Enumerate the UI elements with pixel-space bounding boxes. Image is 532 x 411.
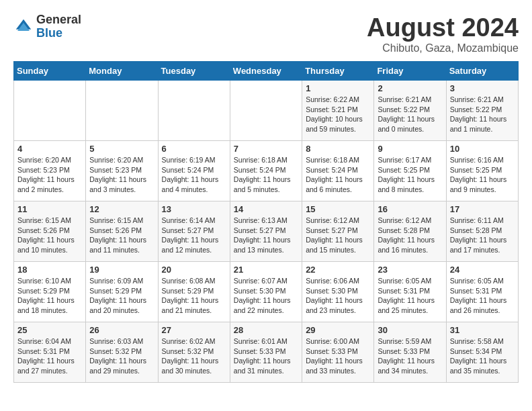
logo-text: General Blue	[36, 13, 81, 40]
calendar-cell: 26Sunrise: 6:03 AM Sunset: 5:32 PM Dayli…	[86, 322, 158, 383]
day-number: 22	[306, 265, 370, 275]
logo-line1: General	[36, 13, 81, 27]
day-detail: Sunrise: 6:08 AM Sunset: 5:29 PM Dayligh…	[162, 276, 226, 316]
day-detail: Sunrise: 6:17 AM Sunset: 5:25 PM Dayligh…	[378, 155, 442, 195]
day-detail: Sunrise: 6:20 AM Sunset: 5:23 PM Dayligh…	[89, 155, 154, 195]
calendar-cell: 20Sunrise: 6:08 AM Sunset: 5:29 PM Dayli…	[158, 262, 230, 322]
header-sunday: Sunday	[14, 62, 86, 81]
main-title: August 2024	[367, 13, 519, 42]
calendar-cell: 25Sunrise: 6:04 AM Sunset: 5:31 PM Dayli…	[14, 322, 86, 383]
day-detail: Sunrise: 6:13 AM Sunset: 5:27 PM Dayligh…	[234, 216, 298, 255]
day-number: 15	[306, 204, 370, 214]
calendar-cell: 30Sunrise: 5:59 AM Sunset: 5:33 PM Dayli…	[374, 322, 446, 383]
day-detail: Sunrise: 6:05 AM Sunset: 5:31 PM Dayligh…	[378, 276, 442, 316]
calendar-header-row: SundayMondayTuesdayWednesdayThursdayFrid…	[14, 62, 519, 81]
header-saturday: Saturday	[446, 62, 518, 81]
day-detail: Sunrise: 6:07 AM Sunset: 5:30 PM Dayligh…	[234, 276, 298, 316]
day-number: 12	[89, 204, 154, 214]
day-number: 9	[378, 144, 442, 154]
calendar-cell: 27Sunrise: 6:02 AM Sunset: 5:32 PM Dayli…	[158, 322, 230, 383]
day-number: 27	[162, 325, 226, 335]
day-number: 30	[378, 325, 442, 335]
day-detail: Sunrise: 6:21 AM Sunset: 5:22 PM Dayligh…	[378, 95, 442, 134]
day-detail: Sunrise: 6:11 AM Sunset: 5:28 PM Dayligh…	[450, 216, 515, 255]
calendar-cell: 21Sunrise: 6:07 AM Sunset: 5:30 PM Dayli…	[230, 262, 302, 322]
calendar-cell: 13Sunrise: 6:14 AM Sunset: 5:27 PM Dayli…	[158, 201, 230, 262]
calendar-cell: 5Sunrise: 6:20 AM Sunset: 5:23 PM Daylig…	[86, 141, 158, 201]
day-detail: Sunrise: 5:59 AM Sunset: 5:33 PM Dayligh…	[378, 336, 442, 376]
day-number: 24	[450, 265, 515, 275]
day-number: 25	[17, 325, 82, 335]
day-detail: Sunrise: 6:01 AM Sunset: 5:33 PM Dayligh…	[234, 336, 298, 376]
day-detail: Sunrise: 6:05 AM Sunset: 5:31 PM Dayligh…	[450, 276, 515, 316]
calendar-cell	[14, 81, 86, 141]
calendar-cell: 3Sunrise: 6:21 AM Sunset: 5:22 PM Daylig…	[446, 81, 518, 141]
day-number: 3	[450, 83, 515, 93]
calendar-cell: 10Sunrise: 6:16 AM Sunset: 5:25 PM Dayli…	[446, 141, 518, 201]
calendar-cell: 1Sunrise: 6:22 AM Sunset: 5:21 PM Daylig…	[302, 81, 374, 141]
day-number: 20	[162, 265, 226, 275]
day-number: 31	[450, 325, 515, 335]
calendar-cell: 28Sunrise: 6:01 AM Sunset: 5:33 PM Dayli…	[230, 322, 302, 383]
calendar-table: SundayMondayTuesdayWednesdayThursdayFrid…	[13, 61, 519, 383]
day-detail: Sunrise: 6:19 AM Sunset: 5:24 PM Dayligh…	[162, 155, 226, 195]
day-detail: Sunrise: 6:14 AM Sunset: 5:27 PM Dayligh…	[162, 216, 226, 255]
day-number: 11	[17, 204, 82, 214]
day-number: 6	[162, 144, 226, 154]
day-number: 1	[306, 83, 370, 93]
subtitle: Chibuto, Gaza, Mozambique	[367, 42, 519, 54]
day-number: 14	[234, 204, 298, 214]
day-detail: Sunrise: 6:00 AM Sunset: 5:33 PM Dayligh…	[306, 336, 370, 376]
calendar-cell: 6Sunrise: 6:19 AM Sunset: 5:24 PM Daylig…	[158, 141, 230, 201]
header-wednesday: Wednesday	[230, 62, 302, 81]
day-number: 7	[234, 144, 298, 154]
calendar-cell: 14Sunrise: 6:13 AM Sunset: 5:27 PM Dayli…	[230, 201, 302, 262]
calendar-cell: 29Sunrise: 6:00 AM Sunset: 5:33 PM Dayli…	[302, 322, 374, 383]
day-detail: Sunrise: 6:18 AM Sunset: 5:24 PM Dayligh…	[306, 155, 370, 195]
day-detail: Sunrise: 6:21 AM Sunset: 5:22 PM Dayligh…	[450, 95, 515, 134]
calendar-cell: 31Sunrise: 5:58 AM Sunset: 5:34 PM Dayli…	[446, 322, 518, 383]
day-number: 2	[378, 83, 442, 93]
day-detail: Sunrise: 6:15 AM Sunset: 5:26 PM Dayligh…	[17, 216, 82, 255]
calendar-cell: 8Sunrise: 6:18 AM Sunset: 5:24 PM Daylig…	[302, 141, 374, 201]
day-number: 19	[89, 265, 154, 275]
day-detail: Sunrise: 6:02 AM Sunset: 5:32 PM Dayligh…	[162, 336, 226, 376]
day-number: 5	[89, 144, 154, 154]
calendar-cell: 12Sunrise: 6:15 AM Sunset: 5:26 PM Dayli…	[86, 201, 158, 262]
day-number: 28	[234, 325, 298, 335]
calendar-cell: 7Sunrise: 6:18 AM Sunset: 5:24 PM Daylig…	[230, 141, 302, 201]
calendar-cell: 22Sunrise: 6:06 AM Sunset: 5:30 PM Dayli…	[302, 262, 374, 322]
logo-line2: Blue	[36, 27, 81, 40]
day-detail: Sunrise: 5:58 AM Sunset: 5:34 PM Dayligh…	[450, 336, 515, 376]
calendar-cell	[230, 81, 302, 141]
day-number: 13	[162, 204, 226, 214]
day-detail: Sunrise: 6:03 AM Sunset: 5:32 PM Dayligh…	[89, 336, 154, 376]
day-detail: Sunrise: 6:15 AM Sunset: 5:26 PM Dayligh…	[89, 216, 154, 255]
day-detail: Sunrise: 6:18 AM Sunset: 5:24 PM Dayligh…	[234, 155, 298, 195]
day-number: 18	[17, 265, 82, 275]
calendar-cell: 19Sunrise: 6:09 AM Sunset: 5:29 PM Dayli…	[86, 262, 158, 322]
header-tuesday: Tuesday	[158, 62, 230, 81]
calendar-cell: 2Sunrise: 6:21 AM Sunset: 5:22 PM Daylig…	[374, 81, 446, 141]
day-detail: Sunrise: 6:10 AM Sunset: 5:29 PM Dayligh…	[17, 276, 82, 316]
day-detail: Sunrise: 6:09 AM Sunset: 5:29 PM Dayligh…	[89, 276, 154, 316]
day-detail: Sunrise: 6:12 AM Sunset: 5:28 PM Dayligh…	[378, 216, 442, 255]
calendar-cell: 16Sunrise: 6:12 AM Sunset: 5:28 PM Dayli…	[374, 201, 446, 262]
day-detail: Sunrise: 6:22 AM Sunset: 5:21 PM Dayligh…	[306, 95, 370, 134]
week-row-3: 11Sunrise: 6:15 AM Sunset: 5:26 PM Dayli…	[14, 201, 519, 262]
header-friday: Friday	[374, 62, 446, 81]
day-detail: Sunrise: 6:04 AM Sunset: 5:31 PM Dayligh…	[17, 336, 82, 376]
logo: General Blue	[13, 13, 81, 40]
day-number: 17	[450, 204, 515, 214]
day-detail: Sunrise: 6:16 AM Sunset: 5:25 PM Dayligh…	[450, 155, 515, 195]
calendar-cell: 11Sunrise: 6:15 AM Sunset: 5:26 PM Dayli…	[14, 201, 86, 262]
week-row-2: 4Sunrise: 6:20 AM Sunset: 5:23 PM Daylig…	[14, 141, 519, 201]
day-number: 8	[306, 144, 370, 154]
calendar-cell: 18Sunrise: 6:10 AM Sunset: 5:29 PM Dayli…	[14, 262, 86, 322]
calendar-cell: 24Sunrise: 6:05 AM Sunset: 5:31 PM Dayli…	[446, 262, 518, 322]
calendar-cell	[86, 81, 158, 141]
calendar-cell: 17Sunrise: 6:11 AM Sunset: 5:28 PM Dayli…	[446, 201, 518, 262]
header-thursday: Thursday	[302, 62, 374, 81]
page-header: General Blue August 2024 Chibuto, Gaza, …	[13, 13, 519, 54]
week-row-4: 18Sunrise: 6:10 AM Sunset: 5:29 PM Dayli…	[14, 262, 519, 322]
